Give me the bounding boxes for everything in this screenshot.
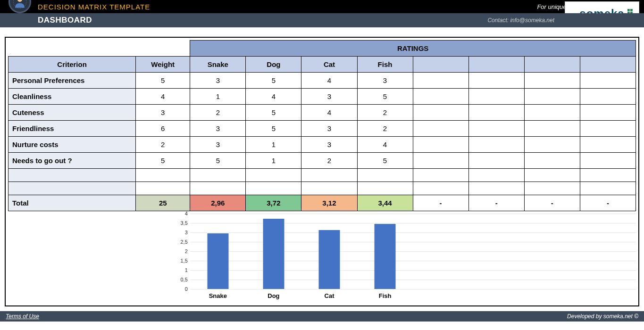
bar-chart: SnakeDogCatFish	[190, 211, 636, 303]
criterion-row: Cleanliness41435	[8, 89, 636, 105]
criterion-name[interactable]: Cleanliness	[8, 89, 136, 105]
chart-column: Snake	[190, 211, 246, 303]
rating-cell[interactable]	[524, 89, 580, 105]
rating-cell[interactable]	[580, 105, 636, 121]
top-header: DECISION MATRIX TEMPLATE For unique Exce…	[0, 0, 644, 13]
rating-cell[interactable]: 1	[246, 153, 301, 169]
rating-cell[interactable]	[413, 73, 468, 89]
svg-rect-3	[630, 9, 633, 11]
option-header[interactable]: Dog	[246, 57, 301, 73]
weight-cell[interactable]: 5	[136, 73, 190, 89]
page-title: DASHBOARD	[38, 16, 92, 25]
rating-cell[interactable]	[580, 121, 636, 137]
ratings-header: RATINGS	[190, 41, 636, 57]
option-header[interactable]	[413, 57, 468, 73]
rating-cell[interactable]	[413, 121, 468, 137]
axis-tick: 2	[169, 248, 188, 254]
axis-tick: 4	[169, 211, 188, 216]
chart-bar-label: Snake	[190, 292, 246, 299]
rating-cell[interactable]: 3	[190, 137, 246, 153]
rating-cell[interactable]: 3	[357, 73, 413, 89]
axis-tick: 2,5	[169, 239, 188, 245]
total-cell: 3,72	[246, 195, 301, 211]
rating-cell[interactable]: 2	[301, 153, 357, 169]
rating-cell[interactable]: 2	[190, 105, 246, 121]
weight-cell[interactable]: 5	[136, 153, 190, 169]
rating-cell[interactable]	[468, 137, 524, 153]
rating-cell[interactable]: 1	[246, 137, 301, 153]
weight-header: Weight	[136, 57, 190, 73]
criterion-name[interactable]: Needs to go out ?	[8, 153, 136, 169]
criterion-name[interactable]: Friendliness	[8, 121, 136, 137]
rating-cell[interactable]: 3	[301, 121, 357, 137]
weight-cell[interactable]: 6	[136, 121, 190, 137]
criterion-row: Personal Preferences53543	[8, 73, 636, 89]
rating-cell[interactable]	[580, 73, 636, 89]
option-header[interactable]: Cat	[301, 57, 357, 73]
rating-cell[interactable]	[468, 121, 524, 137]
weight-cell[interactable]: 2	[136, 137, 190, 153]
rating-cell[interactable]	[524, 153, 580, 169]
total-cell: 3,44	[357, 195, 413, 211]
total-weight: 25	[136, 195, 190, 211]
criterion-name[interactable]: Cuteness	[8, 105, 136, 121]
rating-cell[interactable]: 5	[357, 153, 413, 169]
rating-cell[interactable]	[413, 89, 468, 105]
criterion-name[interactable]: Nurture costs	[8, 137, 136, 153]
rating-cell[interactable]	[468, 153, 524, 169]
axis-tick: 0	[169, 286, 188, 292]
option-header[interactable]	[580, 57, 636, 73]
rating-cell[interactable]	[580, 89, 636, 105]
rating-cell[interactable]: 5	[246, 121, 301, 137]
rating-cell[interactable]: 3	[301, 137, 357, 153]
rating-cell[interactable]	[580, 153, 636, 169]
rating-cell[interactable]: 4	[357, 137, 413, 153]
rating-cell[interactable]: 1	[190, 89, 246, 105]
rating-cell[interactable]	[524, 105, 580, 121]
rating-cell[interactable]: 4	[246, 89, 301, 105]
rating-cell[interactable]	[413, 153, 468, 169]
chart-column: Dog	[246, 211, 301, 303]
total-cell: 3,12	[301, 195, 357, 211]
rating-cell[interactable]: 5	[190, 153, 246, 169]
chart-bar-label: Fish	[357, 292, 413, 299]
rating-cell[interactable]: 4	[301, 105, 357, 121]
terms-link[interactable]: Terms of Use	[6, 313, 39, 320]
option-header[interactable]: Snake	[190, 57, 246, 73]
chart-column	[580, 211, 636, 303]
chart-bar	[319, 230, 340, 289]
chart-column	[524, 211, 580, 303]
weight-cell[interactable]: 3	[136, 105, 190, 121]
chart-column	[413, 211, 468, 303]
option-header[interactable]	[468, 57, 524, 73]
total-cell: -	[580, 195, 636, 211]
total-cell: -	[468, 195, 524, 211]
rating-cell[interactable]: 4	[301, 73, 357, 89]
criterion-row: Needs to go out ?55125	[8, 153, 636, 169]
rating-cell[interactable]	[524, 137, 580, 153]
rating-cell[interactable]: 3	[301, 89, 357, 105]
rating-cell[interactable]	[524, 121, 580, 137]
rating-cell[interactable]: 2	[357, 121, 413, 137]
criterion-row: Cuteness32542	[8, 105, 636, 121]
rating-cell[interactable]: 5	[246, 73, 301, 89]
option-header[interactable]: Fish	[357, 57, 413, 73]
rating-cell[interactable]	[468, 89, 524, 105]
rating-cell[interactable]: 2	[357, 105, 413, 121]
rating-cell[interactable]: 5	[246, 105, 301, 121]
rating-cell[interactable]	[524, 73, 580, 89]
criterion-name[interactable]: Personal Preferences	[8, 73, 136, 89]
rating-cell[interactable]	[468, 73, 524, 89]
rating-cell[interactable]	[580, 137, 636, 153]
decision-matrix-table: RATINGS Criterion Weight SnakeDogCatFish…	[8, 40, 636, 303]
rating-cell[interactable]: 5	[357, 89, 413, 105]
rating-cell[interactable]: 3	[190, 121, 246, 137]
subheader: DASHBOARD Contact: info@someka.net	[0, 13, 644, 27]
rating-cell[interactable]	[413, 137, 468, 153]
rating-cell[interactable]	[468, 105, 524, 121]
axis-tick: 3	[169, 230, 188, 235]
rating-cell[interactable]: 3	[190, 73, 246, 89]
option-header[interactable]	[524, 57, 580, 73]
weight-cell[interactable]: 4	[136, 89, 190, 105]
rating-cell[interactable]	[413, 105, 468, 121]
